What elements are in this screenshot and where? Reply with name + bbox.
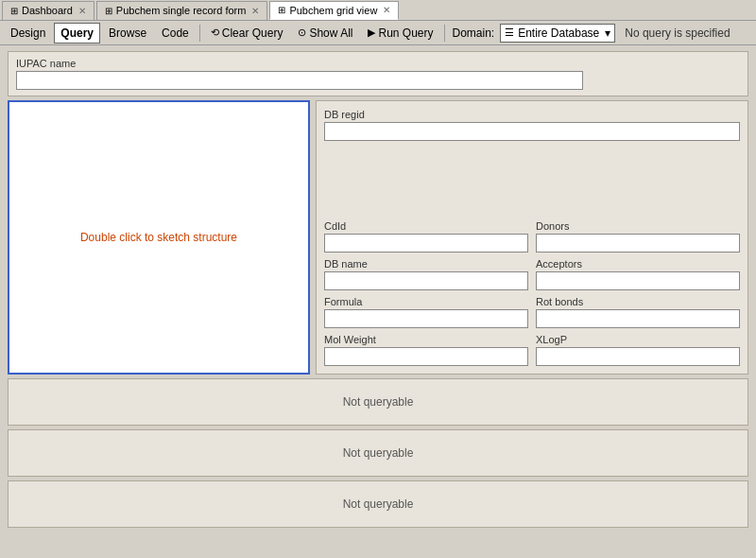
toolbar-separator-1 (199, 25, 200, 42)
right-fields: DB regid CdId Donors DB name (316, 100, 748, 375)
donors-input[interactable] (536, 234, 740, 253)
iupac-section: IUPAC name (8, 51, 748, 96)
chevron-down-icon: ▾ (605, 26, 610, 40)
browse-label: Browse (109, 26, 146, 40)
acceptors-group: Acceptors (536, 258, 740, 290)
donors-label: Donors (536, 220, 740, 232)
xlogp-input[interactable] (536, 347, 740, 366)
cdid-donors-row: CdId Donors (324, 220, 740, 253)
main-content: IUPAC name Double click to sketch struct… (0, 45, 756, 558)
db-regid-group: DB regid (324, 109, 740, 215)
show-all-label: Show All (309, 26, 352, 40)
design-label: Design (10, 26, 45, 40)
run-query-label: Run Query (378, 26, 433, 40)
db-name-label: DB name (324, 258, 528, 270)
show-all-icon: ⊙ (298, 26, 306, 39)
structure-fields-row: Double click to sketch structure DB regi… (8, 100, 748, 375)
tab-single-record[interactable]: ⊞ Pubchem single record form ✕ (96, 1, 268, 20)
code-button[interactable]: Code (155, 23, 196, 44)
code-label: Code (162, 26, 189, 40)
domain-icon: ☰ (505, 26, 514, 39)
iupac-label: IUPAC name (16, 58, 740, 69)
single-record-tab-label: Pubchem single record form (116, 5, 247, 16)
cdid-group: CdId (324, 220, 528, 253)
acceptors-label: Acceptors (536, 258, 740, 270)
domain-dropdown[interactable]: ☰ Entire Database ▾ (500, 24, 615, 43)
dbname-acceptors-row: DB name Acceptors (324, 258, 740, 290)
grid-view-tab-icon: ⊞ (278, 5, 285, 15)
single-record-tab-close[interactable]: ✕ (251, 6, 259, 16)
mol-weight-group: Mol Weight (324, 334, 528, 366)
clear-query-label: Clear Query (222, 26, 284, 40)
grid-view-tab-label: Pubchem grid view (289, 5, 377, 16)
not-queryable-text-3: Not queryable (343, 497, 414, 511)
not-queryable-3: Not queryable (8, 480, 748, 528)
not-queryable-2: Not queryable (8, 429, 748, 477)
design-button[interactable]: Design (4, 23, 52, 44)
dashboard-tab-close[interactable]: ✕ (78, 6, 86, 16)
grid-view-tab-close[interactable]: ✕ (383, 5, 390, 15)
toolbar-separator-2 (444, 25, 445, 42)
xlogp-label: XLogP (536, 334, 740, 345)
db-regid-input[interactable] (324, 122, 740, 141)
formula-input[interactable] (324, 309, 528, 328)
not-queryable-1: Not queryable (8, 378, 748, 426)
acceptors-input[interactable] (536, 271, 740, 290)
clear-query-button[interactable]: ⟲ Clear Query (204, 23, 290, 44)
mol-weight-label: Mol Weight (324, 334, 528, 345)
tab-dashboard[interactable]: ⊞ Dashboard ✕ (2, 1, 94, 20)
db-name-group: DB name (324, 258, 528, 290)
db-regid-label: DB regid (324, 109, 740, 120)
show-all-button[interactable]: ⊙ Show All (291, 23, 359, 44)
xlogp-group: XLogP (536, 334, 740, 366)
formula-label: Formula (324, 296, 528, 307)
db-name-input[interactable] (324, 271, 528, 290)
rot-bonds-group: Rot bonds (536, 296, 740, 328)
domain-value: Entire Database (518, 26, 599, 40)
run-query-icon: ▶ (368, 26, 375, 39)
not-queryable-text-2: Not queryable (343, 446, 414, 460)
rot-bonds-input[interactable] (536, 309, 740, 328)
top-tab-bar: ⊞ Dashboard ✕ ⊞ Pubchem single record fo… (0, 0, 756, 21)
formula-group: Formula (324, 296, 528, 328)
domain-label: Domain: (453, 26, 495, 40)
no-query-status: No query is specified (625, 26, 730, 40)
query-label: Query (60, 26, 94, 40)
sketch-area[interactable]: Double click to sketch structure (8, 100, 310, 375)
sketch-hint: Double click to sketch structure (80, 231, 237, 244)
mol-weight-input[interactable] (324, 347, 528, 366)
not-queryable-text-1: Not queryable (343, 395, 414, 409)
query-button[interactable]: Query (54, 23, 100, 44)
single-record-tab-icon: ⊞ (105, 6, 112, 16)
toolbar: Design Query Browse Code ⟲ Clear Query ⊙… (0, 21, 756, 45)
dashboard-tab-label: Dashboard (22, 5, 73, 16)
iupac-input[interactable] (16, 71, 583, 90)
cdid-input[interactable] (324, 234, 528, 253)
rot-bonds-label: Rot bonds (536, 296, 740, 307)
tab-grid-view[interactable]: ⊞ Pubchem grid view ✕ (269, 1, 399, 20)
cdid-label: CdId (324, 220, 528, 232)
dashboard-tab-icon: ⊞ (10, 6, 18, 16)
formula-rotbonds-row: Formula Rot bonds (324, 296, 740, 328)
clear-query-icon: ⟲ (211, 26, 219, 39)
molweight-xlogp-row: Mol Weight XLogP (324, 334, 740, 366)
run-query-button[interactable]: ▶ Run Query (361, 23, 439, 44)
browse-button[interactable]: Browse (102, 23, 153, 44)
donors-group: Donors (536, 220, 740, 253)
